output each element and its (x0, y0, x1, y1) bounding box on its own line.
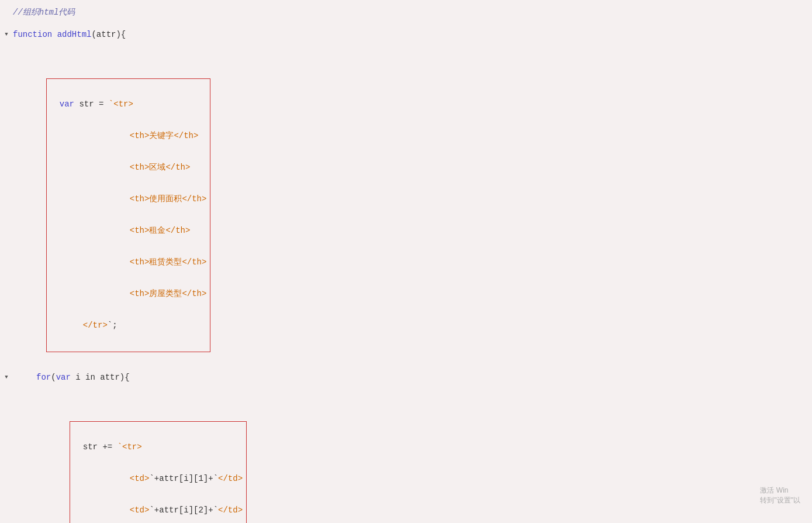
arrow-fold-1[interactable]: ▼ (0, 28, 13, 41)
line-th-house-type: <th>房屋类型</th> (47, 287, 207, 300)
line-text-7: <th>租金</th> (60, 224, 207, 237)
line-td-1: <td>`+attr[i][1]+`</td> (70, 472, 243, 485)
line-th-lease-type: <th>租赁类型</th> (47, 256, 207, 269)
line-var-str: var str = `<tr> (47, 98, 207, 111)
line-text-9: <th>房屋类型</th> (60, 287, 207, 300)
line-text-14: <td>`+attr[i][2]+`</td> (83, 504, 243, 517)
line-function-addhtml: ▼ function addHtml(attr){ (0, 28, 812, 41)
red-box-2: str += `<tr> <td>`+attr[i][1]+`</td> <td… (70, 421, 247, 523)
line-comment-organize: //组织html代码 (0, 6, 812, 19)
red-box-1: var str = `<tr> <th>关键字</th> <th>区域</th>… (46, 78, 211, 352)
line-text-2: function addHtml(attr){ (13, 28, 812, 41)
line-text-1: //组织html代码 (13, 6, 812, 19)
activate-watermark: 激活 Win 转到"设置"以 (760, 486, 800, 505)
line-text-6: <th>使用面积</th> (60, 192, 207, 205)
watermark-line2: 转到"设置"以 (760, 496, 800, 505)
line-text-13: <td>`+attr[i][1]+`</td> (83, 472, 243, 485)
line-text-3: var str = `<tr> (60, 98, 207, 111)
line-str-plus-tr: str += `<tr> (70, 441, 243, 453)
line-th-rent: <th>租金</th> (47, 224, 207, 237)
line-th-keyword: <th>关键字</th> (47, 129, 207, 142)
line-for-loop: ▼ for(var i in attr){ (0, 371, 812, 384)
line-tr-close: </tr>`; (47, 319, 207, 332)
line-th-area: <th>区域</th> (47, 161, 207, 174)
line-text-8: <th>租赁类型</th> (60, 256, 207, 269)
code-editor: //组织html代码 ▼ function addHtml(attr){ var… (0, 0, 812, 523)
arrow-fold-2[interactable]: ▼ (0, 371, 13, 384)
line-text-11: for(var i in attr){ (13, 371, 812, 384)
line-text-10: </tr>`; (60, 319, 207, 332)
line-text-12: str += `<tr> (83, 441, 243, 453)
line-text-5: <th>区域</th> (60, 161, 207, 174)
line-td-2: <td>`+attr[i][2]+`</td> (70, 504, 243, 517)
red-box-section-2: str += `<tr> <td>`+attr[i][1]+`</td> <td… (13, 412, 812, 523)
red-box-section-1: var str = `<tr> <th>关键字</th> <th>区域</th>… (13, 69, 812, 352)
watermark-line1: 激活 Win (760, 486, 800, 496)
line-th-usable-area: <th>使用面积</th> (47, 192, 207, 205)
line-text-4: <th>关键字</th> (60, 129, 207, 142)
